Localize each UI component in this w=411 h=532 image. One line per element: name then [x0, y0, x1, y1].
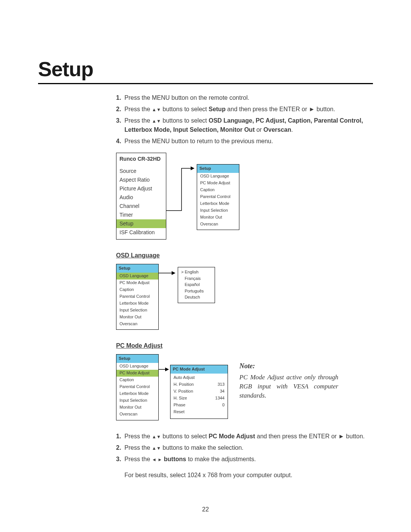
note-block: Note: PC Mode Adjust active only through… — [239, 361, 338, 400]
submenu-item: Overscan — [197, 221, 239, 228]
setup-submenu-box: Setup OSD LanguagePC Mode AdjustCaptionP… — [197, 164, 239, 230]
step-number: 2. — [116, 105, 121, 114]
pc-diagram: Setup OSD LanguagePC Mode AdjustCaptionP… — [116, 354, 373, 420]
submenu-item: OSD Language — [116, 273, 158, 280]
pc-adjust-row: Phase0 — [170, 402, 228, 409]
up-down-icon: ▲▼ — [152, 107, 161, 112]
submenu-item: Monitor Out — [197, 214, 239, 221]
osd-language-heading: OSD Language — [116, 251, 373, 260]
submenu-item: Parental Control — [197, 193, 239, 200]
pc-row-key: V. Position — [174, 388, 193, 395]
step-text: buttons to make the selection. — [161, 444, 244, 451]
pc-box-header: PC Mode Adjust — [170, 365, 228, 374]
submenu-item: OSD Language — [197, 173, 239, 180]
main-menu-item: Source — [116, 167, 166, 176]
connector-arrow-icon — [159, 354, 170, 373]
pc-row-key: H. Size — [174, 395, 187, 401]
up-down-icon: ▲▼ — [152, 119, 161, 123]
main-menu-item: ISF Calibration — [116, 228, 166, 237]
language-list-box: > English Français Español Português Deu… — [178, 267, 215, 303]
submenu-item: Letterbox Mode — [116, 300, 158, 307]
pc-step-3: 3. Press the ◄ ► buttons to make the adj… — [116, 455, 373, 464]
pc-adjust-row: Auto Adjust — [170, 374, 228, 381]
step-text: and then press the ENTER or ► button. — [255, 433, 365, 439]
pc-adjust-row: H. Size1344 — [170, 395, 228, 402]
submenu-item: Input Selection — [116, 307, 158, 314]
pc-row-key: Reset — [174, 409, 185, 415]
submenu-item: Letterbox Mode — [116, 390, 158, 397]
step-text: Press the — [124, 433, 152, 439]
language-item: Français — [181, 275, 212, 282]
step-text: buttons to select — [161, 106, 209, 112]
step-number: 2. — [116, 443, 121, 452]
page-number: 22 — [0, 506, 411, 513]
step-text: Press the MENU button to return to the p… — [124, 138, 273, 144]
step-number: 3. — [116, 455, 121, 464]
language-item: > English — [181, 269, 212, 275]
pc-step-2: 2. Press the ▲▼ buttons to make the sele… — [116, 443, 373, 452]
main-menu-item: Channel — [116, 202, 166, 211]
submenu-item: Caption — [116, 377, 158, 383]
pc-mode-adjust-box: PC Mode Adjust Auto AdjustH. Position313… — [170, 365, 228, 419]
submenu-item: Caption — [197, 187, 239, 193]
manual-page: Setup 1. Press the MENU button on the re… — [0, 0, 411, 532]
pc-row-value: 0 — [222, 402, 225, 408]
main-menu-item: Timer — [116, 211, 166, 219]
pc-adjust-row: H. Position313 — [170, 381, 228, 388]
step-1: 1. Press the MENU button on the remote c… — [116, 93, 373, 102]
submenu-item: Parental Control — [116, 293, 158, 300]
setup-steps: 1. Press the MENU button on the remote c… — [116, 93, 373, 146]
pc-mode-steps: 1. Press the ▲▼ buttons to select PC Mod… — [116, 432, 373, 464]
page-title: Setup — [38, 57, 373, 81]
pc-row-value: 313 — [218, 382, 225, 388]
submenu-header: Setup — [197, 165, 239, 173]
pc-row-key: H. Position — [174, 382, 194, 388]
main-menu-item: Setup — [116, 219, 166, 228]
step-number: 1. — [116, 432, 121, 441]
step-text: and then press the ENTER or ► button. — [226, 106, 335, 112]
note-label: Note: — [239, 361, 338, 371]
pc-setup-menu-box: Setup OSD LanguagePC Mode AdjustCaptionP… — [116, 354, 159, 420]
step-bold: Setup — [209, 106, 225, 112]
pc-adjust-row: Reset — [170, 409, 228, 415]
step-text: to make the adjustments. — [186, 456, 256, 462]
step-bold: buttons — [162, 456, 186, 462]
submenu-item: Caption — [116, 286, 158, 293]
submenu-header: Setup — [116, 264, 158, 273]
submenu-item: Input Selection — [197, 207, 239, 214]
step-text: buttons to select — [161, 433, 209, 439]
language-item: Deutsch — [181, 294, 212, 300]
language-item: Português — [181, 288, 212, 294]
step-text: buttons to select — [161, 117, 209, 124]
pc-row-key: Phase — [174, 402, 185, 408]
step-number: 1. — [116, 93, 121, 102]
submenu-item: OSD Language — [116, 363, 158, 370]
left-right-icon: ◄ ► — [152, 457, 162, 462]
pc-row-key: Auto Adjust — [174, 375, 195, 381]
step-bold: Overscan — [263, 126, 291, 133]
step-text: Press the — [124, 456, 152, 462]
main-menu-title: Runco CR-32HD — [116, 153, 166, 167]
step-bold: PC Mode Adjust — [209, 433, 255, 439]
up-down-icon: ▲▼ — [152, 435, 161, 439]
menu-diagram: Runco CR-32HD SourceAspect RatioPicture … — [116, 153, 373, 240]
step-3: 3. Press the ▲▼ buttons to select OSD La… — [116, 116, 373, 134]
main-menu-item: Audio — [116, 193, 166, 202]
pc-step-1: 1. Press the ▲▼ buttons to select PC Mod… — [116, 432, 373, 441]
submenu-item: Monitor Out — [116, 314, 158, 321]
submenu-item: PC Mode Adjust — [116, 280, 158, 286]
step-number: 4. — [116, 137, 121, 146]
submenu-item: Input Selection — [116, 397, 158, 404]
main-menu-box: Runco CR-32HD SourceAspect RatioPicture … — [116, 153, 166, 240]
submenu-item: Overscan — [116, 321, 158, 328]
submenu-item: PC Mode Adjust — [116, 370, 158, 377]
osd-setup-menu-box: Setup OSD LanguagePC Mode AdjustCaptionP… — [116, 264, 159, 330]
step-text: Press the — [124, 106, 152, 112]
title-rule — [38, 83, 373, 84]
submenu-item: Letterbox Mode — [197, 200, 239, 207]
submenu-header: Setup — [116, 355, 158, 363]
pc-row-value: 1344 — [215, 395, 225, 401]
step-text: Press the — [124, 444, 152, 451]
connector-arrow-icon — [166, 153, 197, 229]
content-column: 1. Press the MENU button on the remote c… — [116, 93, 373, 480]
